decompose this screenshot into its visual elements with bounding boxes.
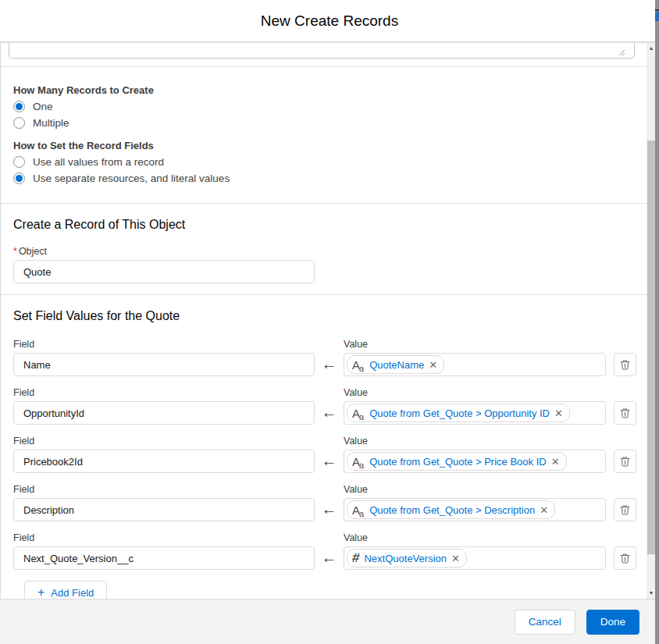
textarea-wrap (1, 43, 635, 59)
left-arrow-icon: ← (315, 355, 344, 376)
value-label: Value (344, 339, 606, 350)
radio-option-separate-resources[interactable]: Use separate resources, and literal valu… (13, 173, 655, 184)
radio-unselected-icon[interactable] (13, 156, 25, 168)
radio-option-all-values[interactable]: Use all values from a record (13, 156, 655, 168)
radio-label: Use separate resources, and literal valu… (33, 173, 230, 184)
trash-icon (620, 407, 630, 418)
text-type-icon: Aa (352, 407, 365, 420)
scroll-up-icon[interactable]: ▲ (647, 43, 655, 54)
resource-pill[interactable]: Aa Quote from Get_Quote > Description ✕ (347, 500, 555, 519)
trash-icon (620, 504, 630, 515)
field-input[interactable] (13, 450, 315, 473)
field-input[interactable] (13, 546, 315, 570)
value-combobox[interactable]: Aa Quote from Get_Quote > Description ✕ (344, 498, 606, 521)
how-set-label: How to Set the Record Fields (13, 140, 655, 151)
pill-label: Quote from Get_Quote > Description (369, 504, 535, 516)
remove-icon[interactable]: ✕ (551, 456, 560, 468)
pill-label: Quote from Get_Quote > Price Book ID (369, 456, 547, 468)
dialog-header: New Create Records (0, 0, 659, 43)
pill-label: QuoteName (369, 359, 424, 371)
radio-label: Multiple (33, 117, 69, 129)
record-count-section: How Many Records to Create One Multiple … (1, 84, 655, 184)
radio-option-one[interactable]: One (13, 101, 655, 112)
field-value-row: Field ← Value Aa Quote from Get_Quote > … (13, 436, 655, 473)
field-input[interactable] (13, 401, 315, 425)
field-value-rows: Field ← Value Aa QuoteName ✕ (13, 339, 655, 570)
field-value-row: Field ← Value Aa Quote from Get_Quote > … (13, 387, 655, 425)
left-arrow-icon: ← (315, 404, 344, 425)
remove-icon[interactable]: ✕ (540, 504, 548, 516)
trash-icon (620, 553, 630, 564)
scrollbar-thumb[interactable] (647, 141, 655, 554)
object-label-text: Object (19, 246, 47, 257)
value-label: Value (344, 484, 606, 495)
done-button[interactable]: Done (586, 610, 639, 635)
value-combobox[interactable]: Aa Quote from Get_Quote > Opportunity ID… (344, 401, 606, 425)
left-arrow-icon: ← (315, 500, 344, 521)
object-section-heading: Create a Record of This Object (13, 218, 655, 232)
field-value-row: Field ← Value Aa QuoteName ✕ (13, 339, 655, 376)
left-arrow-icon: ← (315, 549, 344, 570)
value-combobox[interactable]: # NextQuoteVersion ✕ (344, 546, 606, 570)
resource-pill[interactable]: Aa QuoteName ✕ (347, 355, 444, 374)
divider (1, 294, 655, 295)
field-label: Field (13, 532, 315, 543)
field-label: Field (13, 387, 315, 398)
field-label: Field (13, 484, 315, 495)
scrollbar[interactable]: ▲ ▼ (647, 43, 655, 599)
field-value-row: Field ← Value Aa Quote from Get_Quote > … (13, 484, 655, 521)
edge-dark-mark (655, 9, 659, 11)
field-label: Field (13, 339, 315, 350)
how-many-label: How Many Records to Create (13, 84, 655, 96)
browser-scrollbar-strip[interactable] (655, 0, 659, 644)
object-input[interactable] (13, 260, 315, 283)
remove-icon[interactable]: ✕ (429, 359, 437, 371)
radio-label: Use all values from a record (33, 156, 164, 168)
delete-row-button[interactable] (614, 450, 636, 473)
cancel-button[interactable]: Cancel (515, 610, 575, 635)
value-combobox[interactable]: Aa Quote from Get_Quote > Price Book ID … (344, 450, 606, 473)
object-field-label: *Object (13, 246, 655, 257)
object-section: Create a Record of This Object *Object (1, 218, 655, 283)
dialog-title: New Create Records (261, 12, 398, 30)
trash-icon (620, 456, 630, 467)
delete-row-button[interactable] (614, 353, 636, 376)
delete-row-button[interactable] (614, 498, 636, 521)
field-values-heading: Set Field Values for the Quote (13, 309, 655, 323)
add-field-button[interactable]: + Add Field (24, 581, 107, 599)
radio-option-multiple[interactable]: Multiple (13, 117, 655, 129)
text-type-icon: Aa (352, 455, 365, 468)
resource-pill[interactable]: # NextQuoteVersion ✕ (347, 549, 467, 568)
radio-unselected-icon[interactable] (13, 117, 25, 129)
field-input[interactable] (13, 353, 315, 376)
plus-icon: + (37, 585, 45, 599)
remove-icon[interactable]: ✕ (451, 553, 460, 564)
radio-selected-icon[interactable] (13, 101, 25, 112)
resource-pill[interactable]: Aa Quote from Get_Quote > Price Book ID … (347, 452, 567, 471)
description-textarea[interactable] (9, 43, 635, 59)
pill-label: NextQuoteVersion (364, 553, 447, 564)
edge-blue-mark (655, 12, 659, 21)
left-arrow-icon: ← (315, 452, 344, 473)
add-field-label: Add Field (51, 587, 94, 599)
value-label: Value (344, 387, 606, 398)
resize-handle-icon[interactable] (618, 49, 625, 56)
dialog-footer: Cancel Done (0, 599, 655, 644)
delete-row-button[interactable] (614, 546, 636, 570)
value-label: Value (344, 436, 606, 447)
field-values-section: Set Field Values for the Quote Field ← V… (1, 309, 655, 599)
trash-icon (620, 359, 630, 370)
divider (1, 66, 655, 67)
text-type-icon: Aa (352, 358, 365, 372)
delete-row-button[interactable] (614, 401, 636, 425)
remove-icon[interactable]: ✕ (554, 407, 563, 419)
dialog-body: How Many Records to Create One Multiple … (0, 43, 655, 599)
resource-pill[interactable]: Aa Quote from Get_Quote > Opportunity ID… (347, 404, 570, 422)
divider (1, 203, 655, 204)
field-input[interactable] (13, 498, 315, 521)
text-type-icon: Aa (352, 503, 365, 517)
value-combobox[interactable]: Aa QuoteName ✕ (344, 353, 606, 376)
scroll-down-icon[interactable]: ▼ (647, 588, 655, 599)
field-value-row: Field ← Value # NextQuoteVersion ✕ (13, 532, 655, 570)
radio-selected-icon[interactable] (13, 173, 25, 184)
